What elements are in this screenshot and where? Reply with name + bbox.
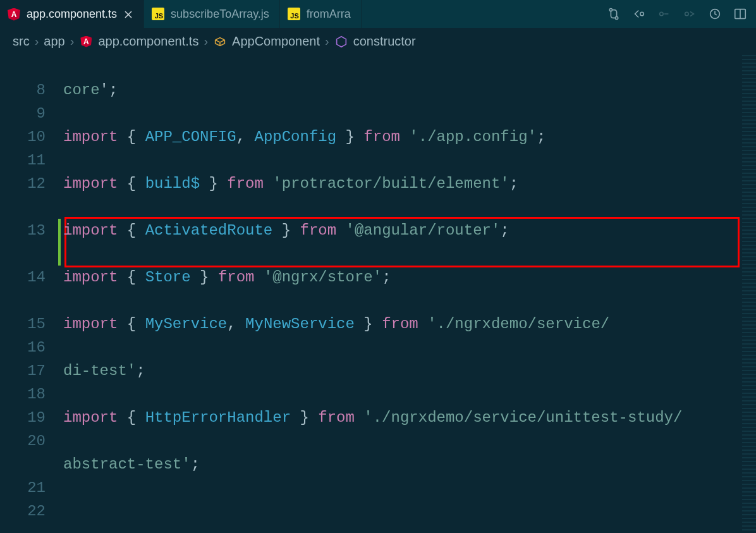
tab-from-array[interactable]: JS fromArra [280, 0, 362, 28]
angular-icon [8, 8, 20, 21]
js-icon: JS [288, 8, 300, 20]
crumb-file[interactable]: app.component.ts [98, 34, 198, 49]
go-forward-icon[interactable] [657, 7, 671, 21]
svg-point-2 [640, 12, 644, 16]
tab-app-component[interactable]: app.component.ts [0, 0, 144, 28]
method-icon [334, 35, 348, 49]
timeline-icon[interactable] [708, 7, 722, 21]
svg-point-3 [660, 12, 664, 16]
svg-point-0 [609, 8, 612, 11]
editor-tabs: app.component.ts JS subscribeToArray.js … [0, 0, 756, 28]
go-back-icon[interactable] [632, 7, 646, 21]
tab-label: subscribeToArray.js [171, 8, 269, 21]
chevron-right-icon: › [70, 34, 75, 49]
minimap[interactable] [742, 55, 756, 531]
close-icon[interactable] [123, 9, 133, 20]
compare-changes-icon[interactable] [607, 7, 621, 21]
crumb-class[interactable]: AppComponent [232, 34, 320, 49]
tab-label: app.component.ts [27, 8, 117, 21]
crumb-method[interactable]: constructor [353, 34, 416, 49]
js-icon: JS [152, 8, 164, 20]
chevron-right-icon: › [325, 34, 329, 49]
editor-toolbar [607, 0, 756, 28]
angular-icon [79, 35, 93, 49]
code-area[interactable]: core'; import { APP_CONFIG, AppConfig } … [58, 55, 756, 531]
svg-point-1 [615, 16, 618, 19]
crumb-app[interactable]: app [44, 34, 64, 49]
chevron-right-icon: › [35, 34, 39, 49]
tab-label: fromArra [307, 8, 351, 21]
chevron-right-icon: › [204, 34, 208, 49]
tab-subscribe-to-array[interactable]: JS subscribeToArray.js [144, 0, 280, 28]
split-editor-icon[interactable] [733, 7, 747, 21]
crumb-src[interactable]: src [13, 34, 30, 49]
code-editor[interactable]: 8 9 10 11 12 13 14 15 16 17 18 19 20 21 … [0, 55, 756, 531]
line-number-gutter: 8 9 10 11 12 13 14 15 16 17 18 19 20 21 … [0, 55, 58, 531]
run-icon[interactable] [683, 7, 697, 21]
class-icon [213, 35, 227, 49]
svg-point-4 [685, 12, 689, 16]
breadcrumb: src › app › app.component.ts › AppCompon… [0, 28, 756, 55]
